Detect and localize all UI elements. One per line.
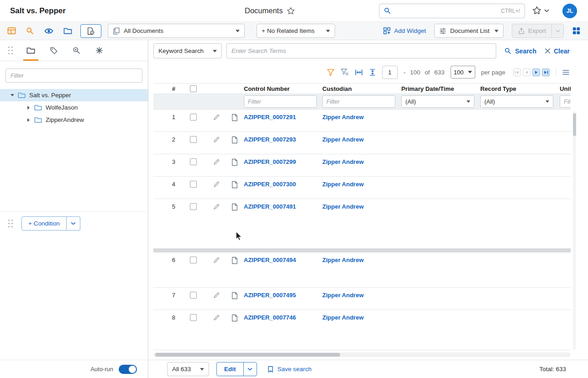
column-header-custodian[interactable]: Custodian <box>322 85 401 92</box>
drag-handle-icon[interactable] <box>8 220 13 228</box>
edit-icon[interactable] <box>213 257 220 263</box>
menu-icon[interactable] <box>562 68 570 76</box>
sidebar-filter-input[interactable] <box>5 68 142 83</box>
export-options-button[interactable] <box>551 24 563 37</box>
tree-item-root[interactable]: Salt vs. Pepper <box>0 89 148 101</box>
document-icon[interactable] <box>231 158 238 166</box>
control-number-link[interactable]: AZIPPER_0007495 <box>244 292 322 299</box>
column-header-record-type[interactable]: Record Type <box>480 85 560 92</box>
browser-panel-icon[interactable] <box>7 26 16 35</box>
add-condition-button[interactable]: + Condition <box>21 216 67 231</box>
custodian-link[interactable]: Zipper Andrew <box>322 292 401 299</box>
custodian-filter-input[interactable] <box>322 95 395 108</box>
page-number-input[interactable] <box>382 66 398 79</box>
custodian-link[interactable]: Zipper Andrew <box>322 314 401 321</box>
row-checkbox[interactable] <box>190 136 197 143</box>
search-terms-input[interactable] <box>226 43 496 58</box>
search-mode-dropdown[interactable]: Keyword Search <box>153 43 222 58</box>
document-icon[interactable] <box>231 181 238 189</box>
search-button[interactable]: Search <box>504 47 536 55</box>
view-eye-icon[interactable] <box>44 26 53 36</box>
row-checkbox[interactable] <box>190 314 197 321</box>
save-search-button[interactable]: Save search <box>267 366 312 373</box>
page-size-select[interactable]: 100 <box>451 66 475 79</box>
edit-icon[interactable] <box>213 136 220 143</box>
select-all-checkbox[interactable] <box>190 85 197 92</box>
tab-field-tree[interactable] <box>48 40 59 61</box>
custodian-link[interactable]: Zipper Andrew <box>322 181 401 188</box>
edit-icon[interactable] <box>213 203 220 210</box>
column-header-unified[interactable]: Unif <box>560 85 571 92</box>
control-number-link[interactable]: AZIPPER_0007293 <box>244 136 322 143</box>
unified-filter-input[interactable] <box>560 95 571 108</box>
tree-item[interactable]: WolfeJason <box>0 101 148 114</box>
edit-icon[interactable] <box>213 292 220 299</box>
document-icon[interactable] <box>231 114 238 121</box>
fit-column-width-icon[interactable] <box>355 68 363 76</box>
favorite-star-icon[interactable] <box>287 7 295 15</box>
row-checkbox[interactable] <box>190 292 197 299</box>
custodian-link[interactable]: Zipper Andrew <box>322 257 401 263</box>
control-number-link[interactable]: AZIPPER_0007494 <box>244 257 322 263</box>
custodian-link[interactable]: Zipper Andrew <box>322 114 401 121</box>
last-page-button[interactable] <box>542 68 550 76</box>
document-icon[interactable] <box>231 203 238 211</box>
control-number-link[interactable]: AZIPPER_0007291 <box>244 114 322 121</box>
control-number-filter-input[interactable] <box>244 95 317 108</box>
favorites-menu[interactable] <box>532 6 549 15</box>
avatar[interactable]: JL <box>562 4 577 18</box>
custodian-link[interactable]: Zipper Andrew <box>322 203 401 210</box>
document-icon[interactable] <box>231 314 238 322</box>
primary-date-filter-select[interactable]: (All) <box>401 95 474 108</box>
control-number-link[interactable]: AZIPPER_0007491 <box>244 203 322 210</box>
column-header-control-number[interactable]: Control Number <box>244 85 322 92</box>
vertical-scrollbar[interactable] <box>573 111 576 350</box>
previous-page-button[interactable] <box>523 68 530 76</box>
record-type-filter-select[interactable]: (All) <box>480 95 553 108</box>
global-search[interactable]: CTRL+/ <box>379 4 525 18</box>
document-icon[interactable] <box>231 292 238 299</box>
tab-clusters[interactable] <box>94 40 105 61</box>
row-checkbox[interactable] <box>190 203 197 210</box>
recent-documents-button[interactable] <box>80 24 101 38</box>
tab-saved-searches[interactable] <box>71 40 82 61</box>
custodian-link[interactable]: Zipper Andrew <box>322 158 401 165</box>
first-page-button[interactable] <box>513 68 521 76</box>
clear-button[interactable]: Clear <box>545 47 570 55</box>
vertical-scrollbar-thumb[interactable] <box>573 113 576 136</box>
star-icon[interactable] <box>532 6 541 15</box>
column-header-primary-date[interactable]: Primary Date/Time <box>401 85 480 92</box>
horizontal-scrollbar-thumb[interactable] <box>155 353 340 357</box>
edit-icon[interactable] <box>213 314 220 321</box>
edit-button[interactable]: Edit <box>216 362 244 376</box>
custodian-link[interactable]: Zipper Andrew <box>322 136 401 143</box>
edit-icon[interactable] <box>213 181 220 188</box>
autorun-toggle[interactable] <box>119 365 137 374</box>
edit-icon[interactable] <box>213 158 220 165</box>
condition-options-button[interactable] <box>67 216 80 231</box>
tree-item[interactable]: ZipperAndrew <box>0 114 148 126</box>
document-set-dropdown[interactable]: All Documents <box>108 24 245 38</box>
row-checkbox[interactable] <box>190 257 197 263</box>
document-icon[interactable] <box>231 136 238 144</box>
clear-filter-icon[interactable] <box>341 68 349 76</box>
global-search-input[interactable] <box>395 7 497 15</box>
control-number-link[interactable]: AZIPPER_0007299 <box>244 158 322 165</box>
drag-handle-icon[interactable] <box>8 47 13 55</box>
view-dropdown[interactable]: Document List <box>434 24 504 38</box>
folders-icon[interactable] <box>63 26 72 35</box>
edit-icon[interactable] <box>213 114 220 121</box>
caret-right-icon[interactable] <box>26 106 31 110</box>
edit-options-button[interactable] <box>243 362 257 376</box>
export-button[interactable]: Export <box>512 24 551 37</box>
apps-grid-icon[interactable] <box>572 26 581 35</box>
search-panel-icon[interactable] <box>26 27 34 35</box>
caret-right-icon[interactable] <box>26 118 31 122</box>
caret-down-icon[interactable] <box>10 94 14 96</box>
column-header-num[interactable]: # <box>161 85 179 92</box>
document-icon[interactable] <box>231 257 238 264</box>
add-widget-button[interactable]: Add Widget <box>383 27 426 35</box>
pane-splitter[interactable] <box>153 249 571 252</box>
tab-folders[interactable] <box>25 40 37 61</box>
next-page-button[interactable] <box>532 68 540 76</box>
